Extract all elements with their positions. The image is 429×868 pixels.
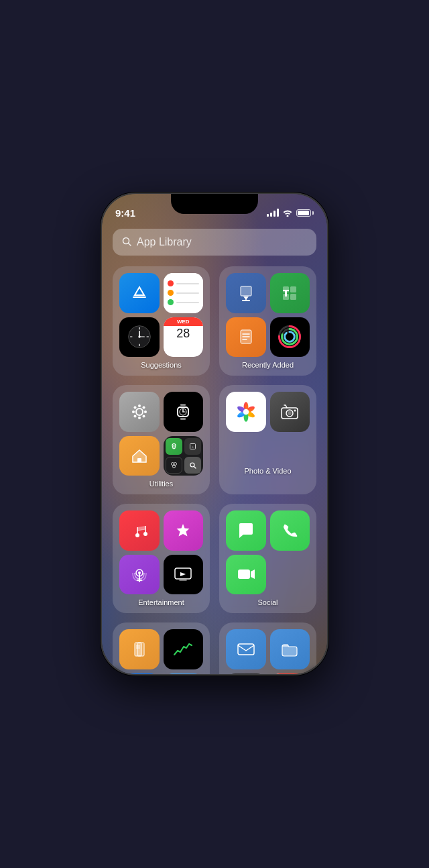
svg-point-71 [135,533,139,537]
svg-rect-47 [137,458,141,462]
calendar-icon[interactable]: WED 28 [164,317,204,358]
svg-point-66 [288,411,292,415]
search-bar[interactable]: App Library [113,229,316,256]
photo-video-folder[interactable]: Photo & Video [219,385,316,494]
books-icon[interactable] [119,629,160,669]
files-icon[interactable] [270,629,310,669]
svg-marker-81 [251,569,255,579]
suggestions-label: Suggestions [119,361,203,369]
calendar-header: WED [164,317,204,326]
suggestions-folder[interactable]: WED 28 Suggestions [113,266,210,376]
svg-point-35 [132,411,135,413]
status-icons [267,209,314,217]
app-store-icon[interactable] [119,273,160,313]
signal-icon [267,209,279,217]
svg-rect-19 [290,294,296,300]
utilities-subgroup-icon[interactable]: ÷ [164,436,204,476]
utilities-folder[interactable]: ÷ [113,385,210,494]
stocks-icon[interactable] [164,629,204,669]
search-placeholder: App Library [137,236,192,248]
social-label: Social [226,598,310,606]
photo-video-grid [226,392,310,432]
app-grid-row2: ÷ [113,385,316,494]
svg-rect-90 [238,644,254,655]
social-grid [226,510,310,594]
svg-point-67 [294,409,296,411]
svg-point-40 [142,406,145,409]
status-time: 9:41 [115,207,135,219]
entertainment-label: Entertainment [119,598,203,606]
app-grid-row3: Entertainment [113,504,316,613]
svg-text:÷: ÷ [192,444,194,448]
home-icon[interactable] [119,436,160,476]
svg-point-39 [133,415,136,417]
svg-rect-42 [180,418,186,420]
weather-icon[interactable] [164,673,204,675]
battery-icon [296,209,314,217]
apple-tv-icon[interactable] [164,555,204,595]
entertainment-grid [119,510,203,594]
svg-point-37 [133,406,136,409]
svg-rect-21 [283,290,289,291]
bottom-left-folder[interactable]: A あ [113,622,210,674]
phone-icon[interactable] [270,510,310,551]
pages-icon[interactable] [226,317,266,358]
svg-rect-41 [180,404,186,406]
camera-icon[interactable] [270,392,310,432]
screen: 9:41 [102,194,327,674]
shortcuts-icon[interactable] [226,673,266,675]
activity-icon[interactable] [270,317,310,358]
reminders-icon[interactable] [164,273,204,313]
podcasts-icon[interactable] [119,555,160,595]
svg-point-33 [138,404,141,407]
settings-icon[interactable] [119,392,160,432]
svg-point-53 [174,462,176,465]
svg-rect-17 [290,286,296,292]
recently-added-folder[interactable]: Recently Added [219,266,316,376]
svg-rect-12 [241,286,251,296]
watch-icon[interactable] [164,392,204,432]
photo-video-label: Photo & Video [226,467,310,475]
wifi-icon [282,209,293,217]
calendar-day: 28 [176,327,190,341]
svg-marker-73 [177,524,190,537]
entertainment-folder[interactable]: Entertainment [113,504,210,613]
numbers-icon[interactable] [270,273,310,313]
mail-icon[interactable] [226,629,266,669]
svg-point-52 [171,462,174,465]
bottom-right-folder[interactable]: WED 28 [219,622,316,674]
svg-point-31 [285,332,295,342]
phone-frame: 9:41 [101,193,328,675]
utilities-label: Utilities [119,480,203,488]
social-folder[interactable]: Social [219,504,316,613]
calendar-dock-icon[interactable]: WED 28 [270,673,310,675]
keynote-icon[interactable] [226,273,266,313]
search-icon [122,237,131,248]
svg-rect-80 [238,569,250,579]
facetime-icon[interactable] [226,555,266,595]
svg-point-38 [142,415,145,417]
svg-point-32 [136,409,143,415]
bottom-right-grid: WED 28 [226,629,310,674]
photos-icon[interactable] [226,392,266,432]
utilities-grid: ÷ [119,392,203,476]
messages-icon[interactable] [226,510,266,551]
translate-icon[interactable]: A あ [119,673,160,675]
svg-line-56 [194,466,196,468]
suggestions-grid: WED 28 [119,273,203,357]
svg-point-49 [173,445,174,446]
clock-icon[interactable] [119,317,160,358]
recently-added-grid [226,273,310,357]
svg-point-72 [143,532,147,536]
music-icon[interactable] [119,510,160,551]
svg-point-54 [172,465,175,468]
svg-point-34 [138,417,141,419]
app-grid-row1: WED 28 Suggestions [113,266,316,376]
bottom-left-grid: A あ [119,629,203,674]
itunes-icon[interactable] [164,510,204,551]
svg-point-63 [243,409,249,415]
svg-line-1 [129,243,131,246]
app-grid-row4: A あ [113,622,316,674]
svg-rect-83 [137,643,144,656]
app-library-content: App Library [102,223,327,674]
